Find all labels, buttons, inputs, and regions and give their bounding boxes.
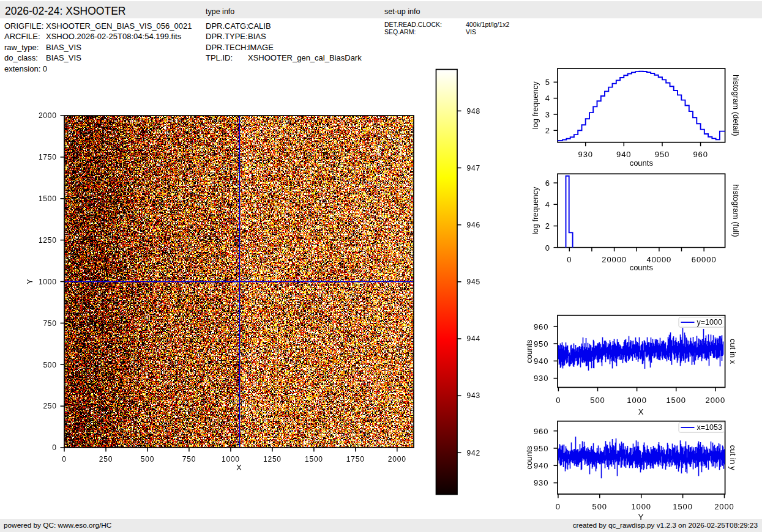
svg-text:2000: 2000 [39, 111, 57, 120]
svg-text:cut in y: cut in y [728, 445, 738, 471]
svg-text:counts: counts [525, 446, 534, 470]
svg-text:1000: 1000 [222, 455, 240, 464]
svg-text:1500: 1500 [673, 502, 693, 511]
svg-text:960: 960 [534, 427, 548, 436]
svg-text:940: 940 [534, 357, 548, 366]
svg-text:500: 500 [592, 502, 607, 511]
svg-text:2000: 2000 [714, 502, 734, 511]
svg-text:counts: counts [630, 263, 654, 272]
svg-text:0: 0 [545, 243, 550, 253]
svg-text:3: 3 [545, 110, 550, 119]
svg-text:60000: 60000 [692, 255, 717, 264]
svg-text:960: 960 [693, 150, 708, 159]
svg-text:950: 950 [655, 150, 670, 159]
svg-text:2000: 2000 [388, 455, 406, 464]
svg-text:950: 950 [534, 444, 548, 453]
svg-text:940: 940 [534, 461, 548, 470]
svg-text:950: 950 [534, 339, 548, 349]
svg-text:930: 930 [578, 150, 593, 159]
svg-text:1500: 1500 [666, 396, 686, 405]
svg-text:930: 930 [534, 478, 548, 487]
svg-text:0: 0 [556, 396, 561, 405]
svg-text:histogram (full): histogram (full) [731, 185, 741, 237]
svg-text:X: X [638, 407, 644, 416]
svg-text:1000: 1000 [39, 278, 57, 286]
svg-text:940: 940 [616, 150, 631, 159]
svg-text:1500: 1500 [305, 455, 323, 464]
svg-text:0: 0 [52, 443, 56, 452]
svg-text:log frequency: log frequency [531, 187, 540, 235]
svg-text:y=1000: y=1000 [697, 318, 722, 327]
svg-text:750: 750 [182, 455, 196, 464]
svg-text:0: 0 [556, 502, 561, 511]
svg-text:250: 250 [99, 455, 113, 464]
svg-text:0: 0 [567, 255, 572, 264]
svg-text:1250: 1250 [39, 236, 57, 245]
svg-text:500: 500 [43, 361, 56, 369]
svg-text:0: 0 [62, 455, 66, 464]
svg-text:4: 4 [545, 200, 550, 209]
svg-text:Y: Y [26, 279, 34, 284]
svg-text:counts: counts [525, 339, 534, 363]
svg-text:1000: 1000 [631, 502, 651, 511]
svg-text:500: 500 [590, 396, 605, 405]
svg-text:942: 942 [467, 449, 480, 457]
svg-text:histogram (detail): histogram (detail) [731, 75, 741, 136]
svg-text:20000: 20000 [602, 255, 627, 264]
svg-text:X: X [236, 464, 242, 472]
svg-text:930: 930 [534, 374, 548, 383]
svg-text:500: 500 [141, 455, 154, 464]
svg-text:5: 5 [545, 78, 550, 87]
svg-text:6: 6 [545, 179, 550, 188]
svg-text:2: 2 [545, 126, 550, 135]
svg-text:1000: 1000 [627, 396, 647, 405]
svg-text:1500: 1500 [39, 194, 57, 203]
svg-text:948: 948 [467, 107, 480, 116]
svg-text:1750: 1750 [39, 153, 57, 161]
svg-text:947: 947 [467, 164, 480, 172]
svg-text:750: 750 [43, 319, 56, 328]
svg-text:944: 944 [467, 334, 480, 343]
svg-text:cut in x: cut in x [728, 339, 738, 364]
svg-text:946: 946 [467, 221, 480, 229]
svg-text:945: 945 [467, 278, 480, 286]
svg-text:2000: 2000 [706, 396, 726, 405]
svg-text:log frequency: log frequency [531, 81, 540, 130]
svg-text:943: 943 [467, 391, 480, 400]
svg-text:960: 960 [534, 322, 548, 331]
svg-text:1750: 1750 [346, 455, 365, 464]
svg-text:4: 4 [545, 94, 550, 103]
svg-text:1250: 1250 [263, 455, 282, 464]
svg-text:2: 2 [545, 221, 550, 231]
svg-text:250: 250 [43, 402, 56, 410]
svg-text:Y: Y [638, 512, 644, 522]
svg-text:x=1053: x=1053 [697, 423, 722, 432]
svg-text:counts: counts [630, 158, 654, 168]
